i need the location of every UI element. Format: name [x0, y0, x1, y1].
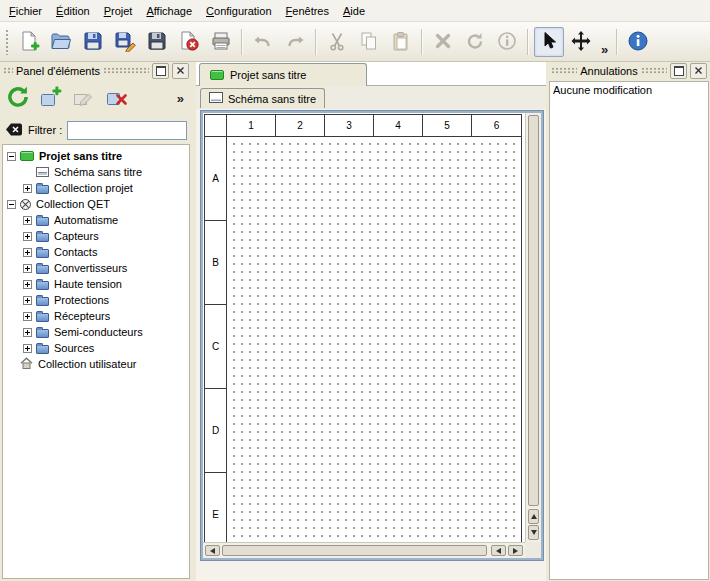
- rotate-button[interactable]: [460, 27, 490, 57]
- project-icon: [210, 70, 224, 80]
- scroll-left-button[interactable]: [491, 545, 506, 556]
- toolbar-separator: [241, 29, 243, 55]
- edit-element-button[interactable]: [69, 83, 99, 113]
- save-all-button[interactable]: [142, 27, 172, 57]
- expand-expander-icon[interactable]: [23, 296, 32, 305]
- collapse-expander-icon[interactable]: [7, 152, 16, 161]
- elements-panel-titlebar[interactable]: Panel d'éléments: [0, 62, 192, 79]
- expand-expander-icon[interactable]: [23, 312, 32, 321]
- menu-edition[interactable]: Édition: [49, 2, 97, 20]
- expand-expander-icon[interactable]: [23, 264, 32, 273]
- menu-fenetres[interactable]: Fenêtres: [279, 2, 336, 20]
- selection-mode-button[interactable]: [534, 27, 564, 57]
- column-header-cell: 6: [472, 115, 521, 136]
- tree-item-semi-conducteurs[interactable]: Semi-conducteurs: [3, 324, 189, 340]
- menu-affichage[interactable]: Affichage: [139, 2, 199, 20]
- float-panel-button[interactable]: [152, 63, 169, 79]
- tree-item-label: Convertisseurs: [51, 262, 130, 274]
- new-project-button[interactable]: [14, 27, 44, 57]
- elements-toolbar-overflow-chevron[interactable]: »: [177, 91, 189, 106]
- reload-collections-button[interactable]: [3, 83, 33, 113]
- tree-item-collection-utilisateur[interactable]: Collection utilisateur: [3, 356, 189, 372]
- dock-grip[interactable]: [103, 67, 149, 74]
- toolbar-overflow-chevron[interactable]: »: [597, 42, 612, 57]
- tree-item-automatisme[interactable]: Automatisme: [3, 212, 189, 228]
- tree-item-sources[interactable]: Sources: [3, 340, 189, 356]
- column-header-cell: 4: [374, 115, 423, 136]
- open-project-button[interactable]: [46, 27, 76, 57]
- tree-item-label: Automatisme: [51, 214, 121, 226]
- tab-schema[interactable]: Schéma sans titre: [200, 88, 325, 108]
- vertical-scrollbar-thumb[interactable]: [528, 115, 539, 506]
- tree-item-collection-qet[interactable]: Collection QET: [3, 196, 189, 212]
- folder-icon: [36, 313, 49, 322]
- tree-item-recepteurs[interactable]: Récepteurs: [3, 308, 189, 324]
- expand-expander-icon[interactable]: [23, 184, 32, 193]
- menu-aide[interactable]: Aide: [336, 2, 372, 20]
- toolbar-grip[interactable]: [5, 29, 10, 55]
- tab-project[interactable]: Projet sans titre: [199, 63, 367, 86]
- element-info-button[interactable]: [492, 27, 522, 57]
- expand-expander-icon[interactable]: [23, 344, 32, 353]
- menu-configuration[interactable]: Configuration: [199, 2, 278, 20]
- schema-grid[interactable]: [227, 137, 521, 542]
- dock-grip[interactable]: [641, 67, 667, 74]
- scroll-right-button[interactable]: [508, 545, 523, 556]
- collections-tree: Projet sans titre Schéma sans titre Coll…: [2, 144, 190, 579]
- horizontal-scrollbar-thumb[interactable]: [222, 545, 487, 556]
- vertical-scrollbar[interactable]: [525, 113, 541, 542]
- menu-fichier[interactable]: Fichier: [2, 2, 49, 20]
- redo-button[interactable]: [280, 27, 310, 57]
- expand-expander-icon[interactable]: [23, 248, 32, 257]
- expand-expander-icon[interactable]: [23, 328, 32, 337]
- collapse-expander-icon[interactable]: [7, 200, 16, 209]
- menu-projet[interactable]: Projet: [97, 2, 140, 20]
- close-file-button[interactable]: [174, 27, 204, 57]
- schema-scene: 1 2 3 4 5 6 A B C D E: [204, 114, 522, 542]
- about-button[interactable]: [623, 27, 653, 57]
- float-panel-button[interactable]: [670, 63, 687, 79]
- tree-item-project[interactable]: Projet sans titre: [3, 148, 189, 164]
- pan-mode-button[interactable]: [566, 27, 596, 57]
- horizontal-scrollbar[interactable]: [203, 542, 525, 558]
- scroll-down-button[interactable]: [528, 525, 539, 540]
- tree-item-schema[interactable]: Schéma sans titre: [3, 164, 189, 180]
- column-headers: 1 2 3 4 5 6: [227, 115, 521, 137]
- scroll-left-button[interactable]: [205, 545, 220, 556]
- float-icon: [674, 66, 684, 76]
- close-panel-button[interactable]: [690, 63, 707, 79]
- delete-button[interactable]: [428, 27, 458, 57]
- filter-label: Filtrer :: [28, 124, 62, 136]
- new-element-button[interactable]: [36, 83, 66, 113]
- expand-expander-icon[interactable]: [23, 216, 32, 225]
- scroll-up-button[interactable]: [528, 509, 539, 524]
- close-panel-button[interactable]: [172, 63, 189, 79]
- paste-button[interactable]: [386, 27, 416, 57]
- tab-schema-label: Schéma sans titre: [228, 93, 316, 105]
- copy-button[interactable]: [354, 27, 384, 57]
- tree-item-capteurs[interactable]: Capteurs: [3, 228, 189, 244]
- dock-grip[interactable]: [3, 67, 13, 74]
- tree-item-haute-tension[interactable]: Haute tension: [3, 276, 189, 292]
- toolbar-separator: [616, 29, 618, 55]
- schema-view: 1 2 3 4 5 6 A B C D E: [201, 111, 543, 560]
- tree-item-contacts[interactable]: Contacts: [3, 244, 189, 260]
- delete-element-button[interactable]: [102, 83, 132, 113]
- undo-history-list[interactable]: Aucune modification: [549, 81, 709, 580]
- schema-viewport[interactable]: 1 2 3 4 5 6 A B C D E: [203, 113, 525, 542]
- cut-button[interactable]: [322, 27, 352, 57]
- save-as-button[interactable]: [110, 27, 140, 57]
- expand-expander-icon[interactable]: [23, 232, 32, 241]
- print-button[interactable]: [206, 27, 236, 57]
- dock-grip[interactable]: [551, 67, 577, 74]
- tree-item-protections[interactable]: Protections: [3, 292, 189, 308]
- tree-item-collection-projet[interactable]: Collection projet: [3, 180, 189, 196]
- filter-input[interactable]: [67, 121, 187, 140]
- undo-button[interactable]: [248, 27, 278, 57]
- clear-filter-icon[interactable]: [5, 122, 23, 139]
- save-button[interactable]: [78, 27, 108, 57]
- column-header-cell: 5: [423, 115, 472, 136]
- expand-expander-icon[interactable]: [23, 280, 32, 289]
- undo-panel-titlebar[interactable]: Annulations: [548, 62, 710, 79]
- tree-item-convertisseurs[interactable]: Convertisseurs: [3, 260, 189, 276]
